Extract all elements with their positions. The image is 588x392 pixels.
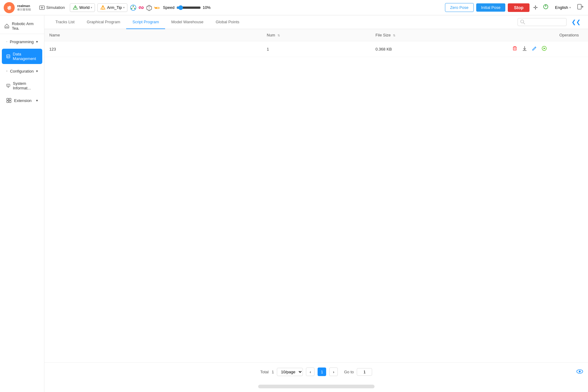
crosshair-icon-button[interactable]: ✛ [532,3,539,12]
filesize-sort-icon: ⇅ [393,34,395,37]
svg-rect-44 [513,47,516,50]
visibility-toggle-button[interactable] [576,369,583,375]
logout-icon [577,3,584,10]
tab-model-warehouse[interactable]: Model Warehouse [165,15,209,29]
svg-point-32 [7,71,7,71]
network-icon [130,4,137,11]
world-chevron-icon: ▾ [91,6,92,9]
sidebar-item-configuration[interactable]: Configuration ▾ [2,65,42,77]
goto-label: Go to [344,370,354,374]
goto-input[interactable] [357,368,372,376]
svg-rect-33 [7,84,10,87]
svg-text:睿: 睿 [7,6,12,10]
sidebar-extension-label: Extension [14,98,32,103]
language-dropdown[interactable]: English ▾ [552,4,573,11]
svg-line-14 [132,7,133,8]
edit-icon [532,46,537,51]
sidebar: Robotic Arm Tea. Programming ▾ Data Mana… [0,15,44,392]
home-icon [4,23,9,29]
stop-button[interactable]: Stop [508,3,530,12]
speed-slider[interactable] [176,5,201,10]
language-label: English [555,5,568,10]
search-input[interactable] [527,20,564,24]
world-dropdown[interactable]: World ▾ [70,3,95,12]
svg-marker-51 [544,47,545,49]
tab-script-program[interactable]: Script Program [126,15,165,29]
col-filesize-label: File Size [375,33,391,37]
zero-pose-button[interactable]: Zero Pose [445,3,474,12]
table-row: 123 1 0.368 KB [44,41,588,57]
cube-icon [146,4,153,11]
configuration-arrow-icon: ▾ [36,69,38,73]
sidebar-app-name-label: Robotic Arm Tea. [12,21,40,31]
horizontal-scrollbar[interactable] [258,385,375,388]
search-box[interactable] [518,18,567,26]
arm-tip-chevron-icon: ▾ [123,6,125,9]
download-button[interactable] [521,45,528,53]
col-num-header[interactable]: Num ⇅ [262,29,371,41]
sidebar-item-extension[interactable]: Extension ▾ [2,95,42,106]
per-page-select[interactable]: 10/page 20/page 50/page [277,368,303,376]
row-operations [507,41,588,57]
system-info-icon [6,83,10,89]
sidebar-collapse-button[interactable]: ❮❮ [569,17,583,27]
svg-point-12 [131,8,132,9]
initial-pose-button[interactable]: Initial Pose [476,3,506,12]
download-icon [522,46,527,51]
sidebar-app-name[interactable]: Robotic Arm Tea. [0,18,44,34]
svg-rect-40 [7,101,9,103]
power-icon-button[interactable] [541,2,550,13]
world-label: World [79,5,90,10]
run-button[interactable] [541,45,548,53]
svg-rect-41 [9,101,11,103]
row-filesize: 0.368 KB [371,41,507,57]
table-header-row: Name Num ⇅ File Size ⇅ Operations [44,29,588,41]
realman-logo: 睿 [3,2,15,14]
svg-rect-24 [578,4,581,9]
prev-page-button[interactable]: ‹ [306,368,315,376]
svg-point-53 [579,371,581,372]
language-chevron-icon: ▾ [569,6,571,9]
page-1-button[interactable]: 1 [318,368,326,376]
extension-arrow-icon: ▾ [36,99,38,103]
tab-global-points[interactable]: Global Points [209,15,245,29]
svg-point-6 [75,7,76,8]
scrollbar-area [44,381,588,392]
svg-line-27 [7,41,7,42]
sidebar-item-system-info[interactable]: System Informat... [2,78,42,93]
eye-icon [576,369,583,374]
arm-tip-dropdown[interactable]: Arm_Tip ▾ [97,3,127,12]
num-sort-icon: ⇅ [277,34,280,37]
next-page-button[interactable]: › [329,368,338,376]
svg-rect-39 [9,98,11,100]
speed-label: Speed [163,5,175,10]
col-operations-header: Operations [507,29,588,41]
svg-line-13 [133,7,134,8]
col-filesize-header[interactable]: File Size ⇅ [371,29,507,41]
operations-cell [511,45,583,53]
run-icon [541,46,547,51]
main-layout: Robotic Arm Tea. Programming ▾ Data Mana… [0,15,588,392]
content-area: Tracks List Graphical Program Script Pro… [44,15,588,392]
svg-point-42 [521,20,524,23]
edit-button[interactable] [531,45,538,53]
search-icon [520,20,525,24]
speed-value: 10% [203,5,211,10]
programming-arrow-icon: ▾ [36,40,38,44]
sidebar-item-programming[interactable]: Programming ▾ [2,36,42,47]
tab-graphical-program[interactable]: Graphical Program [81,15,126,29]
logout-button[interactable] [576,2,585,13]
svg-line-43 [523,23,525,24]
links-icon [138,4,145,11]
table-container: Name Num ⇅ File Size ⇅ Operations [44,29,588,362]
tab-tracks-list[interactable]: Tracks List [49,15,81,29]
programming-icon [6,39,7,44]
delete-button[interactable] [511,45,518,53]
total-count: 1 [272,370,274,374]
logo-area: 睿 realman 睿尔曼智能 [3,2,31,14]
sidebar-item-data-management[interactable]: Data Management [2,49,42,64]
svg-rect-28 [7,55,10,58]
simulation-mode[interactable]: Simulation [36,3,67,12]
extra-icons [130,4,160,11]
arm-tip-icon [100,5,106,10]
